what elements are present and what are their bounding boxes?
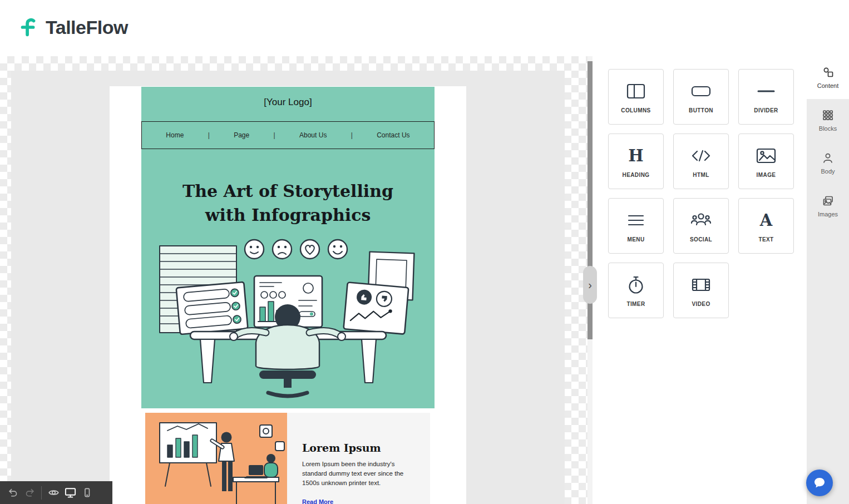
body-icon [822,152,834,164]
nav-item-about-us[interactable]: About Us [299,131,327,139]
tool-label: DIVIDER [754,107,778,113]
tool-label: SOCIAL [690,236,712,243]
chevron-right-icon: › [588,279,592,291]
email-logo-text: [Your Logo] [264,97,312,108]
svg-text:A: A [759,211,773,230]
nav-separator: | [274,131,275,139]
tool-label: COLUMNS [621,107,650,113]
tool-social[interactable]: SOCIAL [673,198,729,254]
preview-button[interactable] [45,485,62,501]
tool-columns[interactable]: COLUMNS [608,69,664,125]
chat-bubble-icon [813,476,826,490]
panel-tab-strip: Content Blocks Body Images [807,56,849,504]
tool-video[interactable]: VIDEO [673,263,729,318]
article-image-block[interactable] [145,413,287,504]
tool-image[interactable]: IMAGE [738,134,794,189]
text-icon: A [755,209,777,231]
app-root: TalleFlow [Your Logo] Home | Page | Abou… [0,0,849,504]
eye-icon [48,487,60,498]
columns-icon [625,80,647,102]
tool-divider[interactable]: DIVIDER [738,69,794,125]
heading-icon: H [625,145,647,167]
button-icon [690,80,712,102]
social-icon [690,209,712,231]
images-icon [822,195,834,207]
content-panel: COLUMNS BUTTON DIVIDER H HEADING [593,56,807,504]
tool-label: MENU [627,236,644,243]
email-menu-block[interactable]: Home | Page | About Us | Contact Us [141,121,435,149]
tool-label: VIDEO [692,301,710,307]
brand-logo-icon [17,16,40,39]
top-header: TalleFlow [0,0,849,56]
image-icon [755,145,777,167]
email-hero-body: The Art of Storytelling with Infographic… [141,149,435,408]
email-heading-block[interactable]: The Art of Storytelling with Infographic… [141,179,435,227]
content-tools-grid: COLUMNS BUTTON DIVIDER H HEADING [608,69,794,318]
email-logo-block[interactable]: [Your Logo] [141,87,435,118]
nav-separator: | [208,131,210,139]
undo-button[interactable] [4,485,21,501]
mobile-icon [82,487,92,498]
divider-icon [755,80,777,102]
nav-item-page[interactable]: Page [234,131,249,139]
video-icon [690,274,712,296]
undo-icon [8,487,18,498]
chat-launcher-button[interactable] [806,470,833,496]
panel-collapse-handle[interactable]: › [583,266,597,304]
html-icon [690,145,712,167]
article-text-block[interactable]: Lorem Ipsum Lorem Ipsum been the industr… [287,413,430,504]
menu-icon [625,209,647,231]
heading-line-1: The Art of Storytelling [141,179,435,203]
design-canvas: [Your Logo] Home | Page | About Us | Con… [0,56,588,504]
tool-label: HEADING [623,172,650,178]
blocks-icon [822,109,834,121]
tool-heading[interactable]: H HEADING [608,134,664,189]
content-icon [822,66,834,78]
tool-menu[interactable]: MENU [608,198,664,254]
tool-label: TEXT [758,236,773,243]
brand-logo: TalleFlow [17,16,128,39]
brand-name: TalleFlow [46,17,128,38]
tool-label: BUTTON [689,107,713,113]
tab-images[interactable]: Images [807,185,849,228]
tab-label: Images [818,211,838,218]
redo-icon [24,487,35,498]
article-title: Lorem Ipsum [302,442,416,454]
canvas-bottom-toolbar [0,481,112,504]
heading-line-2: with Infographics [141,203,435,227]
email-stage: [Your Logo] Home | Page | About Us | Con… [11,71,565,504]
tab-label: Body [821,168,835,175]
tool-label: IMAGE [757,172,776,178]
nav-item-home[interactable]: Home [166,131,184,139]
toolbar-divider [41,486,42,500]
tool-html[interactable]: HTML [673,134,729,189]
tab-content[interactable]: Content [807,56,849,99]
redo-button[interactable] [21,485,38,501]
mobile-view-button[interactable] [78,485,95,501]
timer-icon [625,274,647,296]
hero-illustration[interactable] [141,234,435,401]
nav-separator: | [351,131,353,139]
tool-text[interactable]: A TEXT [738,198,794,254]
desktop-view-button[interactable] [62,485,78,501]
read-more-link[interactable]: Read More [302,498,333,504]
email-document[interactable]: [Your Logo] Home | Page | About Us | Con… [110,86,466,504]
email-article-block[interactable]: Lorem Ipsum Lorem Ipsum been the industr… [145,413,430,504]
tool-button[interactable]: BUTTON [673,69,729,125]
tab-label: Content [817,82,839,89]
tab-body[interactable]: Body [807,142,849,185]
tab-blocks[interactable]: Blocks [807,99,849,142]
svg-text:H: H [628,146,643,165]
desktop-icon [64,486,77,499]
article-body: Lorem Ipsum been the industry's standard… [302,459,416,488]
nav-item-contact-us[interactable]: Contact Us [377,131,409,139]
tool-label: TIMER [626,301,645,307]
email-hero-section: [Your Logo] Home | Page | About Us | Con… [141,87,435,408]
tool-label: HTML [693,172,709,178]
presentation-illustration [145,413,287,504]
tab-label: Blocks [819,125,837,132]
tool-timer[interactable]: TIMER [608,263,664,318]
